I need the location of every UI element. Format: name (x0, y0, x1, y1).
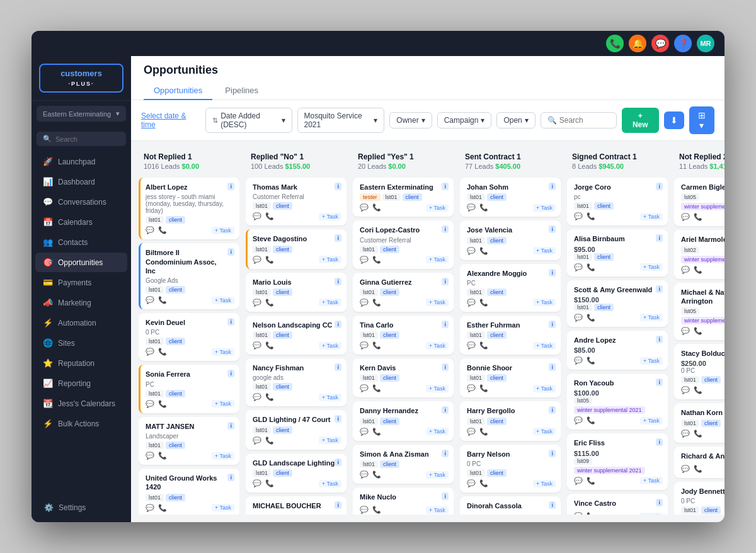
add-task-button[interactable]: + Task (319, 213, 341, 220)
kanban-card[interactable]: Barry Nelson i 0 PC lst01client 💬 📞 + Ta… (460, 445, 561, 493)
kanban-card[interactable]: Harry Bergollo i lst01client 💬 📞 + Task (460, 401, 561, 440)
new-button[interactable]: + New (622, 108, 659, 133)
kanban-card[interactable]: Jose Valencia i lst01client 💬 📞 + Task (460, 220, 561, 259)
search-filter[interactable]: 🔍 (541, 112, 617, 128)
add-task-button[interactable]: + Task (319, 394, 341, 401)
add-task-button[interactable]: + Task (640, 477, 663, 484)
sort-filter[interactable]: ⇅ Date Added (DESC) ▾ (205, 108, 292, 133)
view-button[interactable]: ⊞ ▾ (689, 106, 714, 134)
kanban-card[interactable]: Dinorah Cassola i 💬 📞 + Task (460, 496, 561, 515)
kanban-card[interactable]: Sonia Ferrera i PC lst01client 💬 📞 + Tas… (139, 365, 239, 413)
kanban-card[interactable]: Danny Hernandez i lst01client 💬 📞 + Task (353, 401, 454, 440)
add-task-button[interactable]: + Task (533, 247, 556, 254)
search-input[interactable] (559, 116, 610, 125)
add-task-button[interactable]: + Task (212, 297, 234, 304)
add-task-button[interactable]: + Task (426, 506, 449, 514)
kanban-card[interactable]: Richard & Ann Sierra i 💬 📞 + Task (674, 447, 724, 478)
date-filter-btn[interactable]: Select date & time (141, 111, 195, 129)
sidebar-item-settings[interactable]: ⚙️ Settings (37, 498, 126, 517)
kanban-card[interactable]: Ariel Marmolejos i lst02winter supplemen… (674, 230, 724, 278)
sidebar-item-reputation[interactable]: ⭐ Reputation (35, 353, 127, 373)
add-task-button[interactable]: + Task (426, 428, 449, 435)
kanban-card[interactable]: GLD Landscape Lighting i lst01client 💬 📞… (246, 453, 346, 493)
kanban-card[interactable]: GLD Lighting / 47 Court i lst01client 💬 … (246, 410, 346, 449)
add-task-button[interactable]: + Task (319, 436, 341, 444)
sidebar-item-bulk-actions[interactable]: ⚡ Bulk Actions (35, 414, 127, 433)
add-task-button[interactable]: + Task (212, 400, 234, 408)
kanban-card[interactable]: Jody Bennett i 0 PC lst01client 💬 📞 + Ta… (674, 482, 724, 515)
kanban-card[interactable]: Biltmore II Condominium Assoc, Inc i Goo… (139, 243, 239, 309)
kanban-card[interactable]: Ginna Gutierrez i lst01client 💬 📞 + Task (353, 273, 454, 312)
add-task-button[interactable]: + Task (212, 227, 234, 234)
sidebar-item-automation[interactable]: ⚡ Automation (35, 313, 127, 333)
add-task-button[interactable]: + Task (426, 342, 449, 350)
sidebar-search[interactable]: 🔍 (37, 132, 126, 146)
add-task-button[interactable]: + Task (212, 504, 234, 511)
add-task-button[interactable]: + Task (319, 256, 341, 263)
download-button[interactable]: ⬇ (664, 111, 684, 129)
add-task-button[interactable]: + Task (212, 452, 234, 460)
phone-icon[interactable]: 📞 (606, 35, 624, 52)
add-task-button[interactable]: + Task (640, 314, 663, 321)
add-task-button[interactable]: + Task (533, 428, 556, 435)
notification-icon[interactable]: 🔔 (629, 35, 646, 52)
kanban-card[interactable]: Carmen Bigles i lst05winter supplemental… (674, 178, 724, 226)
kanban-card[interactable]: Vince Castro i 💬 📞 + Task (567, 494, 668, 515)
add-task-button[interactable]: + Task (426, 471, 449, 479)
kanban-card[interactable]: MICHAEL BOUCHER i 💬 📞 + Task (246, 496, 346, 515)
kanban-card[interactable]: Tina Carlo i lst01client 💬 📞 + Task (353, 316, 454, 355)
kanban-card[interactable]: Mike Nuclo i 💬 📞 + Task (353, 487, 454, 515)
sidebar-item-marketing[interactable]: 📣 Marketing (35, 293, 127, 312)
pipeline-filter[interactable]: Mosquito Service 2021 ▾ (297, 108, 385, 133)
kanban-card[interactable]: Kern Davis i lst01client 💬 📞 + Task (353, 358, 454, 397)
kanban-card[interactable]: Eric Fliss i $115.00 lst09winter supplem… (567, 433, 668, 489)
kanban-card[interactable]: Eastern Exterminating i testerlst01clien… (353, 178, 454, 217)
kanban-card[interactable]: Michael & Natalia Arrington i lst05winte… (674, 283, 724, 341)
kanban-card[interactable]: Simon & Ana Zisman i lst01client 💬 📞 + T… (353, 445, 454, 484)
sidebar-item-payments[interactable]: 💳 Payments (35, 273, 127, 292)
kanban-card[interactable]: Nancy Fishman i google ads lst01client 💬… (246, 358, 346, 406)
kanban-card[interactable]: Albert Lopez i jess storey - south miami… (139, 178, 239, 239)
add-task-button[interactable]: + Task (640, 213, 663, 220)
kanban-card[interactable]: Thomas Mark i Customer Referral lst01cli… (246, 178, 346, 225)
status-filter[interactable]: Open ▾ (496, 112, 535, 128)
add-task-button[interactable]: + Task (426, 385, 449, 392)
kanban-card[interactable]: Esther Fuhrman i lst01client 💬 📞 + Task (460, 316, 561, 355)
sidebar-item-conversations[interactable]: 💬 Conversations (35, 192, 127, 212)
kanban-card[interactable]: Nelson Landscaping CC i lst01client 💬 📞 … (246, 316, 346, 355)
sidebar-search-input[interactable] (55, 135, 100, 143)
add-task-button[interactable]: + Task (319, 480, 341, 487)
add-task-button[interactable]: + Task (533, 342, 556, 350)
sidebar-item-contacts[interactable]: 👥 Contacts (35, 232, 127, 252)
sidebar-item-jess-calendars[interactable]: 📆 Jess's Calendars (35, 394, 127, 413)
kanban-card[interactable]: Andre Lopez i $85.00 💬 📞 + Task (567, 331, 668, 370)
kanban-card[interactable]: Bonnie Shoor i lst01client 💬 📞 + Task (460, 358, 561, 397)
tab-opportunities[interactable]: Opportunities (144, 82, 212, 100)
sidebar-item-sites[interactable]: 🌐 Sites (35, 333, 127, 353)
add-task-button[interactable]: + Task (533, 385, 556, 392)
add-task-button[interactable]: + Task (640, 513, 663, 515)
kanban-card[interactable]: Johan Sohm i lst01client 💬 📞 + Task (460, 178, 561, 217)
add-task-button[interactable]: + Task (426, 204, 449, 212)
kanban-card[interactable]: MATT JANSEN i Landscaper lst01client 💬 📞… (139, 417, 239, 465)
kanban-card[interactable]: Kevin Deuel i 0 PC lst01client 💬 📞 + Tas… (139, 313, 239, 361)
sidebar-item-launchpad[interactable]: 🚀 Launchpad (35, 152, 127, 171)
campaign-filter[interactable]: Campaign ▾ (437, 112, 492, 128)
kanban-card[interactable]: Cori Lopez-Castro i Customer Referral ls… (353, 220, 454, 268)
user-avatar[interactable]: MR (697, 35, 714, 52)
kanban-card[interactable]: Nathan Korn i lst01client 💬 📞 + Task (674, 403, 724, 442)
kanban-card[interactable]: Stacy Bolduc i $250.00 0 PC lst01client … (674, 344, 724, 399)
add-task-button[interactable]: + Task (212, 348, 234, 356)
owner-filter[interactable]: Owner ▾ (389, 112, 432, 128)
kanban-card[interactable]: Ron Yacoub i $100.00 lst05winter supplem… (567, 373, 668, 430)
kanban-card[interactable]: Alisa Birnbaum i $95.00 lst01client 💬 📞 … (567, 229, 668, 276)
add-task-button[interactable]: + Task (533, 480, 556, 487)
add-task-button[interactable]: + Task (426, 299, 449, 306)
add-task-button[interactable]: + Task (640, 417, 663, 425)
add-task-button[interactable]: + Task (426, 256, 449, 263)
kanban-card[interactable]: Jorge Coro i pc lst01client 💬 📞 + Task (567, 178, 668, 225)
message-icon[interactable]: 💬 (651, 35, 669, 52)
kanban-card[interactable]: Steve Dagostino i lst01client 💬 📞 + Task (246, 229, 346, 268)
sidebar-item-calendars[interactable]: 📅 Calendars (35, 212, 127, 232)
add-task-button[interactable]: + Task (319, 342, 341, 350)
